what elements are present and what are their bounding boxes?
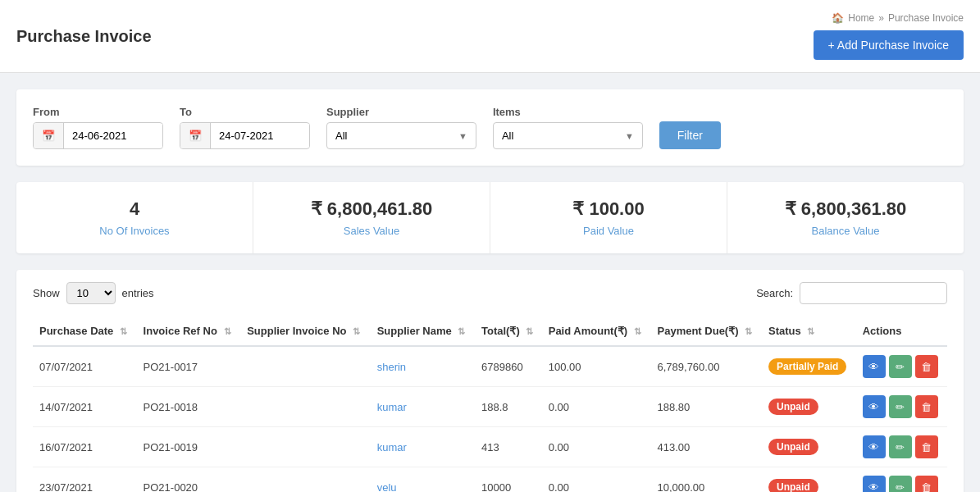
stat-paid: ₹ 100.00 Paid Value (490, 182, 727, 253)
stat-invoices-label: No Of Invoices (33, 225, 236, 237)
action-btns-2: 👁 ✏ 🗑 (863, 435, 941, 458)
sort-icon-total[interactable]: ⇅ (526, 326, 533, 336)
table-header: Purchase Date ⇅ Invoice Ref No ⇅ Supplie… (33, 317, 947, 346)
edit-button-2[interactable]: ✏ (889, 435, 912, 458)
to-filter-group: To 📅 (180, 106, 310, 149)
search-label: Search: (756, 287, 793, 299)
col-supplier-name: Supplier Name ⇅ (371, 317, 475, 346)
cell-invoice-ref-2: PO21-0019 (137, 427, 241, 467)
col-purchase-date: Purchase Date ⇅ (33, 317, 137, 346)
filter-row: From 📅 To 📅 Supplier All (33, 106, 947, 149)
breadcrumb: 🏠 Home » Purchase Invoice (832, 12, 964, 24)
cell-status-1: Unpaid (762, 387, 856, 427)
main-content: From 📅 To 📅 Supplier All (0, 73, 980, 492)
entries-per-page-select[interactable]: 10 25 50 100 (66, 282, 116, 304)
status-badge-0: Partially Paid (768, 358, 846, 375)
cell-actions-0: 👁 ✏ 🗑 (856, 346, 947, 387)
sort-icon-due[interactable]: ⇅ (745, 326, 752, 336)
table-row: 14/07/2021 PO21-0018 kumar 188.8 0.00 18… (33, 387, 947, 427)
status-badge-2: Unpaid (768, 439, 818, 455)
items-select-wrapper: All ▼ (493, 122, 643, 149)
delete-button-1[interactable]: 🗑 (915, 395, 938, 418)
cell-paid-amount-3: 0.00 (542, 467, 651, 493)
edit-button-1[interactable]: ✏ (889, 395, 912, 418)
cell-total-0: 6789860 (475, 346, 542, 387)
from-date-input[interactable] (64, 124, 162, 148)
cell-invoice-ref-0: PO21-0017 (137, 346, 241, 387)
items-filter-group: Items All ▼ (493, 106, 643, 149)
supplier-link-3[interactable]: velu (377, 481, 397, 493)
cell-supplier-name-3: velu (371, 467, 475, 493)
breadcrumb-home[interactable]: Home (848, 12, 874, 24)
edit-button-3[interactable]: ✏ (889, 476, 912, 492)
supplier-link-0[interactable]: sherin (377, 361, 406, 373)
entries-label: entries (122, 287, 154, 299)
cell-paid-amount-1: 0.00 (542, 387, 651, 427)
cell-purchase-date-0: 07/07/2021 (33, 346, 137, 387)
supplier-filter-group: Supplier All ▼ (326, 106, 476, 149)
cell-actions-3: 👁 ✏ 🗑 (856, 467, 947, 493)
table-row: 23/07/2021 PO21-0020 velu 10000 0.00 10,… (33, 467, 947, 493)
cell-paid-amount-2: 0.00 (542, 427, 651, 467)
cell-supplier-invoice-1 (240, 387, 371, 427)
edit-button-0[interactable]: ✏ (889, 355, 912, 378)
table-row: 07/07/2021 PO21-0017 sherin 6789860 100.… (33, 346, 947, 387)
add-purchase-invoice-button[interactable]: + Add Purchase Invoice (814, 30, 964, 60)
cell-payment-due-3: 10,000.00 (651, 467, 763, 493)
to-label: To (180, 106, 310, 118)
delete-button-0[interactable]: 🗑 (915, 355, 938, 378)
cell-purchase-date-3: 23/07/2021 (33, 467, 137, 493)
search-box: Search: (756, 282, 947, 304)
table-card: Show 10 25 50 100 entries Search: Purcha… (16, 270, 964, 492)
col-supplier-invoice-no: Supplier Invoice No ⇅ (240, 317, 371, 346)
sort-icon-date[interactable]: ⇅ (120, 326, 127, 336)
stat-sales-value: ₹ 6,800,461.80 (270, 198, 473, 220)
purchase-invoice-table: Purchase Date ⇅ Invoice Ref No ⇅ Supplie… (33, 317, 947, 492)
table-row: 16/07/2021 PO21-0019 kumar 413 0.00 413.… (33, 427, 947, 467)
cell-status-0: Partially Paid (762, 346, 856, 387)
view-button-1[interactable]: 👁 (863, 395, 886, 418)
cell-invoice-ref-1: PO21-0018 (137, 387, 241, 427)
action-btns-3: 👁 ✏ 🗑 (863, 476, 941, 492)
view-button-3[interactable]: 👁 (863, 476, 886, 492)
stat-sales-label: Sales Value (270, 225, 473, 237)
cell-supplier-name-1: kumar (371, 387, 475, 427)
view-button-2[interactable]: 👁 (863, 435, 886, 458)
supplier-select[interactable]: All (327, 123, 450, 148)
delete-button-3[interactable]: 🗑 (915, 476, 938, 492)
to-date-input[interactable] (211, 124, 309, 148)
breadcrumb-separator: » (878, 12, 884, 24)
sort-icon-paid[interactable]: ⇅ (634, 326, 641, 336)
cell-payment-due-0: 6,789,760.00 (651, 346, 763, 387)
show-label: Show (33, 287, 60, 299)
sort-icon-supplier-name[interactable]: ⇅ (458, 326, 465, 336)
filter-button[interactable]: Filter (659, 121, 721, 149)
table-header-row: Purchase Date ⇅ Invoice Ref No ⇅ Supplie… (33, 317, 947, 346)
supplier-link-1[interactable]: kumar (377, 401, 407, 413)
delete-button-2[interactable]: 🗑 (915, 435, 938, 458)
sort-icon-supplier-inv[interactable]: ⇅ (353, 326, 360, 336)
cell-purchase-date-2: 16/07/2021 (33, 427, 137, 467)
action-btns-0: 👁 ✏ 🗑 (863, 355, 941, 378)
col-actions: Actions (856, 317, 947, 346)
items-select[interactable]: All (494, 123, 617, 148)
sort-icon-ref[interactable]: ⇅ (224, 326, 231, 336)
from-label: From (33, 106, 163, 118)
stat-balance: ₹ 6,800,361.80 Balance Value (727, 182, 964, 253)
search-input[interactable] (800, 282, 947, 304)
col-invoice-ref-no: Invoice Ref No ⇅ (137, 317, 241, 346)
page-title: Purchase Invoice (16, 27, 152, 46)
cell-payment-due-2: 413.00 (651, 427, 763, 467)
cell-actions-2: 👁 ✏ 🗑 (856, 427, 947, 467)
view-button-0[interactable]: 👁 (863, 355, 886, 378)
stat-invoices: 4 No Of Invoices (16, 182, 253, 253)
stats-card: 4 No Of Invoices ₹ 6,800,461.80 Sales Va… (16, 182, 964, 253)
supplier-link-2[interactable]: kumar (377, 441, 407, 453)
sort-icon-status[interactable]: ⇅ (807, 326, 814, 336)
cell-total-1: 188.8 (475, 387, 542, 427)
status-badge-3: Unpaid (768, 479, 818, 492)
cell-supplier-name-0: sherin (371, 346, 475, 387)
cell-supplier-invoice-2 (240, 427, 371, 467)
cell-actions-1: 👁 ✏ 🗑 (856, 387, 947, 427)
cell-supplier-invoice-3 (240, 467, 371, 493)
